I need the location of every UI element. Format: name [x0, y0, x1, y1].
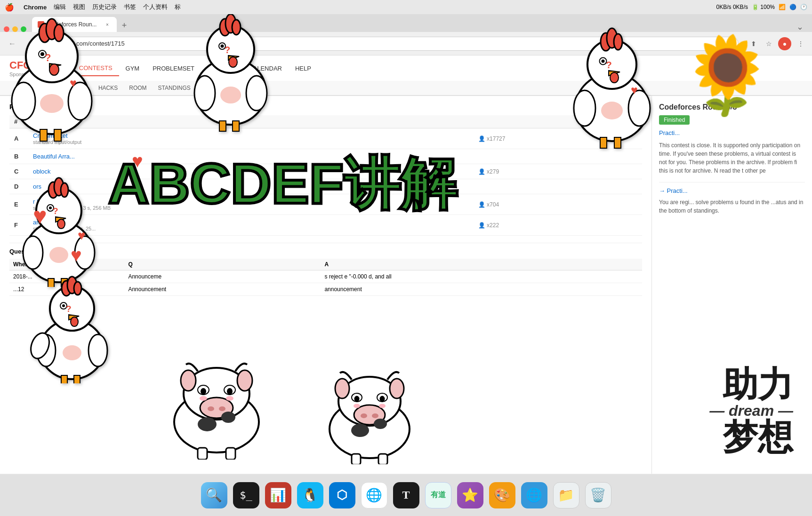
- tab-bar: Codeforces Roun... × + ⌄: [0, 14, 812, 32]
- cf-top-nav: CFOR Sponsored by TON CONTESTS GYM PROBL…: [0, 56, 812, 81]
- sub-standings[interactable]: STANDINGS: [153, 81, 196, 95]
- problem-meta-f: standard input/out 1 s, 25...: [33, 226, 426, 231]
- table-row: B Beautiful Arra...: [9, 149, 642, 164]
- qa-col-a: A: [321, 259, 642, 270]
- network-speed: 0KB/s 0KB/s: [716, 4, 748, 10]
- app-name[interactable]: Chrome: [24, 4, 47, 11]
- sub-hacks[interactable]: HACKS: [93, 81, 123, 95]
- practice-link[interactable]: Practi...: [659, 129, 805, 136]
- cf-right-panel: Codeforces Round #8 Finished Practi... T…: [652, 96, 812, 514]
- dock-typora[interactable]: T: [392, 481, 420, 509]
- reload-button[interactable]: ↻: [41, 37, 55, 50]
- sub-status[interactable]: STATUS: [60, 81, 93, 95]
- nav-help[interactable]: HELP: [289, 61, 318, 76]
- problem-link-c[interactable]: oblock: [33, 168, 51, 175]
- dock-youdao[interactable]: 有道: [424, 481, 452, 509]
- qa-q-2: Announcement: [124, 283, 321, 296]
- share-icon[interactable]: ⬆: [748, 38, 759, 49]
- problem-io-a: [430, 128, 474, 149]
- col-meta: [430, 115, 474, 128]
- col-name: Name: [28, 115, 430, 128]
- menu-profile[interactable]: 个人资料: [143, 3, 168, 11]
- maximize-window-btn[interactable]: [21, 26, 26, 32]
- nav-api[interactable]: API: [219, 61, 242, 76]
- dock-star[interactable]: ⭐: [456, 481, 484, 509]
- menu-edit[interactable]: 编辑: [54, 3, 66, 11]
- problem-id-b: B: [9, 149, 28, 164]
- qa-table: When Q A 2018-... Announceme s reject e …: [9, 259, 642, 296]
- nav-calendar[interactable]: CALENDAR: [242, 61, 289, 76]
- menu-view[interactable]: 视图: [73, 3, 85, 11]
- menu-bookmarks[interactable]: 书签: [124, 3, 136, 11]
- problem-id-d: D: [9, 179, 28, 194]
- cf-logo: CFOR Sponsored by TON: [9, 59, 54, 77]
- tab-list-btn[interactable]: ⌄: [796, 22, 804, 32]
- bookmark-icon[interactable]: ☆: [763, 38, 774, 49]
- dock-trash[interactable]: 🗑️: [584, 481, 612, 509]
- problem-link-f[interactable]: ares: [33, 219, 45, 226]
- battery: 🔋 100%: [752, 4, 775, 10]
- new-tab-button[interactable]: +: [118, 19, 131, 32]
- nav-problemset[interactable]: PROBLEMSET: [146, 61, 201, 76]
- problem-link-e[interactable]: r Home: [33, 198, 53, 205]
- qa-a-2: announcement: [321, 283, 642, 296]
- tab-title: Codeforces Roun...: [48, 21, 96, 28]
- qa-a-1: s reject e "-0.000 d, and all: [321, 270, 642, 283]
- apple-logo[interactable]: 🍎: [5, 3, 14, 12]
- problem-link-a[interactable]: Crossmarket: [33, 132, 68, 139]
- sub-custom[interactable]: CUSTOM: [196, 81, 232, 95]
- menu-more[interactable]: 标: [175, 3, 181, 11]
- dock-terminal[interactable]: $_: [232, 481, 260, 509]
- mac-menubar: 🍎 Chrome 编辑 视图 历史记录 书签 个人资料 标 0KB/s 0KB/…: [0, 0, 812, 14]
- dock-browser2[interactable]: 🌐: [520, 481, 548, 509]
- problem-link-d[interactable]: ors: [33, 183, 41, 190]
- dock-vscode[interactable]: ⬡: [328, 481, 356, 509]
- back-button[interactable]: ←: [6, 37, 19, 50]
- qa-col-when: When: [9, 259, 124, 270]
- sub-ic[interactable]: IC: [232, 81, 249, 95]
- forward-button[interactable]: →: [24, 37, 37, 50]
- dock-folder[interactable]: 📁: [552, 481, 580, 509]
- dock-charts[interactable]: 📊: [264, 481, 292, 509]
- qa-when-2: ...12: [9, 283, 124, 296]
- profile-icon[interactable]: ●: [778, 37, 791, 50]
- extensions-icon[interactable]: ⋮: [795, 38, 806, 49]
- bluetooth-icon: 🔵: [789, 4, 796, 10]
- address-bar: ← → ↻ 🔒 com/contest/1715 ⬆ ☆ ● ⋮: [0, 32, 812, 56]
- address-input-field[interactable]: 🔒 com/contest/1715: [59, 37, 739, 51]
- practice-desc: You are regi... solve problems u found i…: [659, 198, 805, 215]
- table-row: C oblock 👤 x279: [9, 164, 642, 179]
- problem-id-a: A: [9, 128, 28, 149]
- cf-nav-links: CONTESTS GYM PROBLEMSET G API CALENDAR H…: [72, 61, 318, 76]
- menu-history[interactable]: 历史记录: [92, 3, 117, 11]
- browser-window: Codeforces Roun... × + ⌄ ← → ↻ 🔒 com/con…: [0, 14, 812, 516]
- nav-contests[interactable]: CONTESTS: [72, 61, 119, 76]
- dock-palette[interactable]: 🎨: [488, 481, 516, 509]
- close-window-btn[interactable]: [4, 26, 9, 32]
- minimize-window-btn[interactable]: [12, 26, 18, 32]
- table-row: F ares standard input/out 1 s, 25... 👤 x…: [9, 215, 642, 236]
- nav-gym[interactable]: GYM: [119, 61, 146, 76]
- practice-arrow-link[interactable]: → Practi...: [659, 187, 805, 194]
- nav-g[interactable]: G: [201, 61, 219, 76]
- dock-finder[interactable]: 🔍: [200, 481, 228, 509]
- tab-close-btn[interactable]: ×: [104, 21, 111, 28]
- qa-when-1: 2018-...: [9, 270, 124, 283]
- cf-qa-section: Questions about problems When Q A 2018-.…: [9, 243, 642, 296]
- practice-section: → Practi... You are regi... solve proble…: [659, 182, 805, 215]
- sub-submissions[interactable]: SUBMISSIONS: [9, 81, 60, 95]
- qa-header: Questions about problems: [9, 248, 642, 255]
- table-row: E r Home standard input/output 3 s, 256 …: [9, 194, 642, 215]
- dock-qq[interactable]: 🐧: [296, 481, 324, 509]
- tab-codeforces[interactable]: Codeforces Roun... ×: [32, 17, 117, 32]
- problem-meta-a: standard input/output: [33, 139, 426, 145]
- dock-chrome[interactable]: 🌐: [360, 481, 388, 509]
- sub-room[interactable]: ROOM: [123, 81, 152, 95]
- table-row: A Crossmarket standard input/output 👤 x1…: [9, 128, 642, 149]
- table-row: D ors: [9, 179, 642, 194]
- col-users: [474, 115, 642, 128]
- problem-link-b[interactable]: Beautiful Arra...: [33, 153, 75, 160]
- dock: 🔍 $_ 📊 🐧 ⬡ 🌐 T 有道 ⭐: [0, 474, 812, 516]
- status-badge: Finished: [659, 115, 690, 125]
- address-icons: ⬆ ☆ ● ⋮: [748, 37, 806, 50]
